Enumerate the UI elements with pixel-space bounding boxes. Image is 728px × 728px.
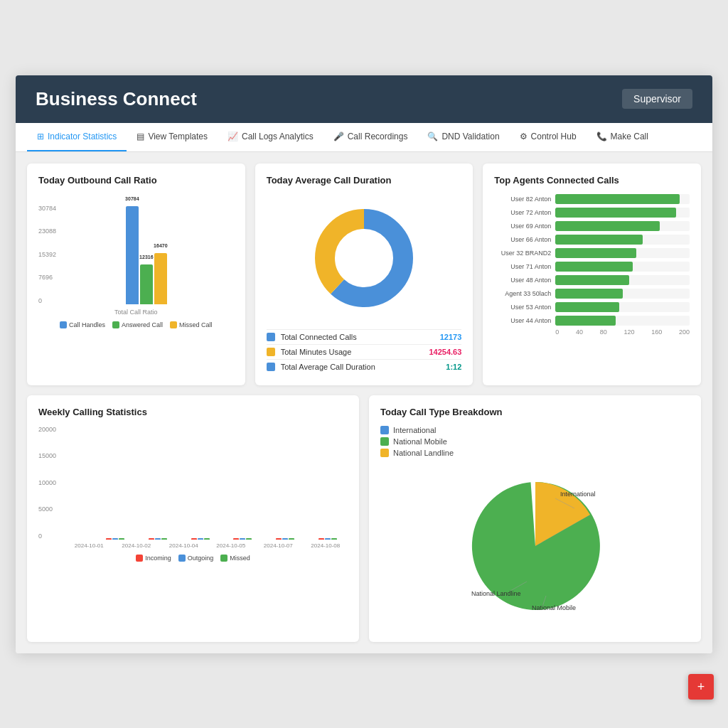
legend-label: National Mobile	[393, 437, 447, 446]
weekly-chart	[67, 426, 348, 540]
stat-dot-blue2	[267, 363, 275, 371]
answered-call-bar: 12316	[140, 264, 153, 304]
view-templates-icon: ▤	[136, 132, 144, 141]
date-label: 2024-10-01	[67, 542, 112, 549]
legend-incoming: Incoming	[136, 555, 171, 562]
hbar-xaxis: 0 40 80 120 160 200	[494, 328, 690, 336]
legend-answered: Answered Call	[112, 321, 163, 328]
indicator-stats-icon: ⊞	[37, 132, 44, 141]
y-label: 7696	[38, 274, 56, 281]
weekly-title: Weekly Calling Statistics	[38, 407, 348, 417]
agent-row: User 44 Anton	[494, 316, 690, 326]
nav-label: Control Hub	[531, 132, 577, 141]
agent-row: User 48 Anton	[494, 275, 690, 285]
y-label: 15392	[38, 251, 56, 258]
legend-dot-red	[136, 555, 143, 562]
y-label: 30784	[38, 205, 56, 212]
bar-group: 30784 12316 16470	[59, 206, 234, 304]
call-type-card: Today Call Type Breakdown International …	[369, 395, 701, 642]
outbound-title: Today Outbound Call Ratio	[38, 175, 234, 186]
nav-dnd-validation[interactable]: 🔍 DND Validation	[417, 123, 509, 151]
outbound-yaxis: 30784 23088 15392 7696 0	[38, 205, 56, 304]
dnd-icon: 🔍	[427, 132, 438, 141]
weekly-bar-group	[308, 538, 348, 540]
incoming-bar	[106, 538, 112, 540]
bottom-row: Weekly Calling Statistics 20000 15000 10…	[27, 395, 701, 642]
call-type-title: Today Call Type Breakdown	[380, 407, 690, 417]
legend-dot-green	[112, 321, 119, 328]
legend-label: Outgoing	[188, 555, 214, 562]
agent-label: User 72 Anton	[494, 209, 551, 216]
pie-legend: International National Mobile National L…	[380, 426, 690, 457]
agent-row: User 66 Anton	[494, 235, 690, 245]
legend-missed-weekly: Missed	[220, 555, 250, 562]
stat-label: Total Connected Calls	[281, 333, 434, 341]
agent-bar-fill	[555, 289, 622, 299]
donut-stats: Total Connected Calls 12173 Total Minute…	[267, 329, 462, 374]
weekly-bar-group	[265, 538, 305, 540]
agent-bar-fill	[555, 262, 632, 272]
agent-label: User 71 Anton	[494, 263, 551, 270]
make-call-icon: 📞	[596, 132, 607, 141]
stat-minutes-usage: Total Minutes Usage 14254.63	[267, 344, 462, 359]
agent-row: User 71 Anton	[494, 262, 690, 272]
legend-label: International	[393, 426, 437, 434]
outgoing-bar	[112, 538, 118, 540]
legend-dot-blue	[60, 321, 67, 328]
weekly-bar-group	[95, 538, 135, 540]
stat-label: Total Average Call Duration	[281, 363, 441, 371]
outgoing-bar	[155, 538, 161, 540]
svg-text:International: International	[560, 491, 596, 498]
agent-label: User 53 Anton	[494, 304, 551, 311]
svg-text:National Mobile: National Mobile	[532, 604, 576, 611]
pie-dot-blue	[380, 426, 389, 434]
missed-bar	[289, 538, 294, 540]
agent-bar-track	[555, 262, 690, 272]
missed-call-bar: 16470	[154, 253, 167, 304]
agent-bar-fill	[555, 208, 676, 218]
stat-avg-duration: Total Average Call Duration 1:12	[267, 359, 462, 374]
incoming-bar	[233, 538, 239, 540]
call-recordings-icon: 🎤	[333, 132, 344, 141]
agent-row: User 53 Anton	[494, 302, 690, 312]
avg-call-duration-card: Today Average Call Duration Total Connec…	[255, 164, 473, 385]
stat-dot-yellow	[267, 348, 275, 356]
top-agents-title: Top Agents Connected Calls	[494, 175, 690, 186]
agent-bar-track	[555, 208, 690, 218]
y-label: 23088	[38, 228, 56, 235]
legend-dot-blue	[178, 555, 186, 562]
legend-label: Missed Call	[179, 321, 213, 328]
legend-label: Call Handles	[69, 321, 105, 328]
nav-make-call[interactable]: 📞 Make Call	[587, 123, 658, 151]
outbound-xlabel: Total Call Ratio	[38, 309, 234, 316]
nav-label: View Templates	[148, 132, 208, 141]
outgoing-bar	[240, 538, 245, 540]
legend-label: Missed	[230, 555, 250, 562]
nav-call-recordings[interactable]: 🎤 Call Recordings	[323, 123, 418, 151]
agent-bar-fill	[555, 194, 680, 204]
agent-bar-track	[555, 275, 690, 285]
incoming-bar	[318, 538, 324, 540]
nav-indicator-statistics[interactable]: ⊞ Indicator Statistics	[27, 123, 127, 151]
legend-call-handles: Call Handles	[60, 321, 105, 328]
pie-chart-container: International National Landline National…	[380, 464, 690, 631]
outgoing-bar	[198, 538, 203, 540]
nav-view-templates[interactable]: ▤ View Templates	[127, 123, 218, 151]
legend-national-landline: National Landline	[380, 449, 690, 457]
agent-row: User 72 Anton	[494, 208, 690, 218]
fab-button[interactable]: +	[688, 674, 714, 700]
nav-call-logs[interactable]: 📈 Call Logs Analytics	[218, 123, 323, 151]
nav-label: Call Recordings	[348, 132, 408, 141]
incoming-bar	[276, 538, 282, 540]
avg-duration-title: Today Average Call Duration	[267, 175, 462, 186]
legend-missed: Missed Call	[170, 321, 213, 328]
stat-connected-calls: Total Connected Calls 12173	[267, 329, 462, 344]
nav-control-hub[interactable]: ⚙ Control Hub	[510, 123, 587, 151]
agent-bar-track	[555, 316, 690, 326]
agent-bar-fill	[555, 235, 643, 245]
agent-row: User 32 BRAND2	[494, 248, 690, 258]
missed-bar	[161, 538, 167, 540]
pie-dot-yellow	[380, 449, 389, 457]
agent-bar-track	[555, 221, 690, 231]
agent-bar-track	[555, 248, 690, 258]
